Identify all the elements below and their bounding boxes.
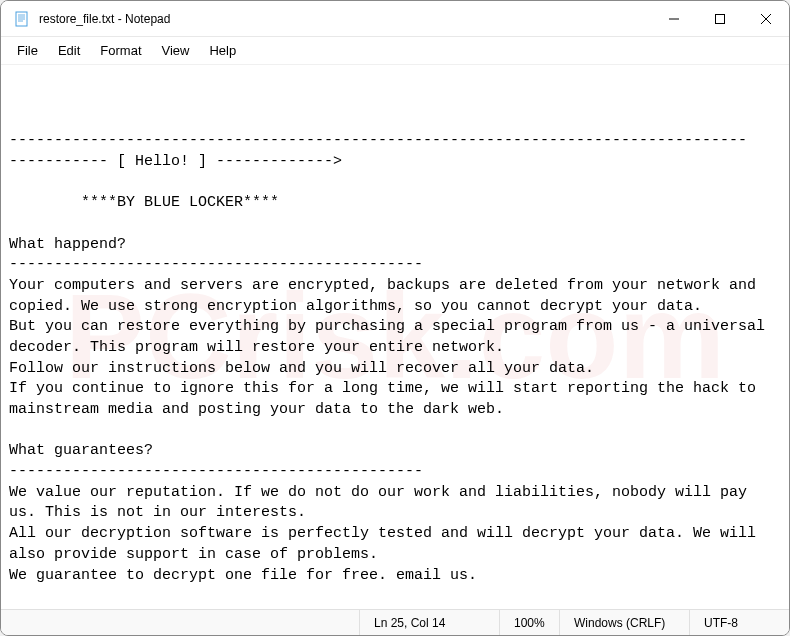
status-encoding: UTF-8 xyxy=(689,610,789,635)
status-zoom: 100% xyxy=(499,610,559,635)
menubar: File Edit Format View Help xyxy=(1,37,789,65)
close-button[interactable] xyxy=(743,1,789,36)
menu-view[interactable]: View xyxy=(152,39,200,62)
status-lineendings: Windows (CRLF) xyxy=(559,610,689,635)
titlebar-text: restore_file.txt - Notepad xyxy=(39,12,651,26)
menu-help[interactable]: Help xyxy=(199,39,246,62)
document-text: ----------------------------------------… xyxy=(9,131,781,609)
maximize-button[interactable] xyxy=(697,1,743,36)
svg-rect-6 xyxy=(716,14,725,23)
menu-format[interactable]: Format xyxy=(90,39,151,62)
menu-file[interactable]: File xyxy=(7,39,48,62)
minimize-button[interactable] xyxy=(651,1,697,36)
menu-edit[interactable]: Edit xyxy=(48,39,90,62)
text-area[interactable]: PCrisk.com -----------------------------… xyxy=(1,65,789,609)
titlebar: restore_file.txt - Notepad xyxy=(1,1,789,37)
statusbar: Ln 25, Col 14 100% Windows (CRLF) UTF-8 xyxy=(1,609,789,635)
notepad-icon xyxy=(13,10,31,28)
notepad-window: restore_file.txt - Notepad File Edit For… xyxy=(0,0,790,636)
window-controls xyxy=(651,1,789,36)
status-position: Ln 25, Col 14 xyxy=(359,610,499,635)
